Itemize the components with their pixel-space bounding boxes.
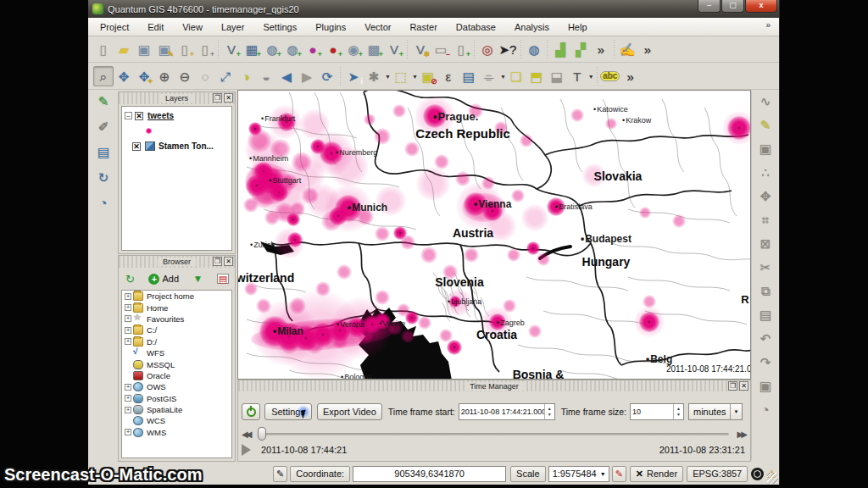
add-wms-layer-icon[interactable]: ◉+ [343, 39, 364, 59]
properties-icon[interactable]: ▤ [217, 274, 229, 284]
measure-icon[interactable]: ⌯ [479, 66, 499, 86]
tm-close-button[interactable]: ✕ [739, 381, 748, 391]
undo-icon[interactable]: ↶ [755, 328, 776, 348]
expand-icon[interactable]: + [125, 429, 131, 435]
raster-calc-icon[interactable]: ▞ [570, 39, 591, 59]
add-postgis-layer-icon[interactable]: ◍+ [262, 39, 282, 59]
globe-settings-icon[interactable]: ◔ [93, 192, 114, 213]
actions-icon[interactable]: ✱ [364, 66, 384, 86]
map-canvas[interactable]: Czech RepublicSlovakiaAustriaHungarySlov… [237, 90, 751, 380]
time-manager-title[interactable]: Time Manager ❐ ✕ [238, 380, 750, 391]
expand-icon[interactable]: + [125, 384, 131, 391]
layer-row-tweets[interactable]: – ✕ tweets [122, 109, 231, 122]
browser-item-ows[interactable]: +OWS [122, 381, 231, 392]
expand-icon[interactable]: + [125, 327, 131, 334]
extent-toggle-icon[interactable]: ✎ [273, 466, 287, 482]
toolbar2-overflow-icon[interactable]: » [637, 39, 658, 59]
zoom-layer-icon[interactable]: ◒ [256, 66, 276, 86]
browser-close-button[interactable]: ✕ [224, 257, 233, 266]
expand-icon[interactable]: + [125, 315, 131, 322]
add-vector-layer-icon[interactable]: V+ [221, 39, 242, 59]
render-checkbox[interactable]: ✕ Render [630, 466, 683, 482]
layer-checkbox[interactable]: ✕ [135, 112, 143, 120]
expand-icon[interactable]: + [125, 407, 131, 413]
add-wfs-layer-icon[interactable]: V+ [384, 39, 404, 59]
filter-icon[interactable]: ▼ [193, 273, 203, 285]
add-button[interactable]: + Add [148, 274, 179, 285]
tm-float-button[interactable]: ❐ [728, 381, 737, 391]
add-oracle-layer-icon[interactable]: ●+ [323, 39, 343, 59]
pan-selection-icon[interactable]: ✥✦ [134, 66, 154, 86]
zoom-out-icon[interactable]: ⊖ [175, 66, 195, 86]
dropdown-arrow-icon[interactable]: ▼ [412, 74, 418, 80]
expand-icon[interactable]: + [125, 338, 131, 345]
dropdown-arrow-icon[interactable]: ▼ [500, 74, 506, 80]
minimize-button[interactable]: – [698, 0, 721, 13]
tm-forward-icon[interactable]: ▶▶ [737, 430, 745, 439]
browser-item-spatialite[interactable]: +SpatiaLite [122, 404, 231, 415]
toolbar2-overflow-icon[interactable]: » [620, 66, 641, 86]
menu-overflow-icon[interactable]: » [765, 20, 771, 30]
layer-name[interactable]: tweets [147, 111, 174, 120]
menu-raster[interactable]: Raster [409, 22, 437, 32]
help-icon[interactable]: ◎ [477, 39, 498, 59]
touch-zoom-icon[interactable]: ⌕ [93, 66, 114, 86]
select-features-icon[interactable]: ⬚ [391, 66, 411, 86]
title-bar[interactable]: Quantum GIS 4b76600 - timemanager_qgis20… [88, 0, 779, 18]
save-as-icon[interactable]: ▣✎ [154, 39, 175, 59]
zoom-native-icon[interactable]: ◌ [195, 66, 215, 86]
save-project-icon[interactable]: ▣ [134, 39, 154, 59]
expand-icon[interactable]: + [125, 304, 131, 311]
delete-selected-icon[interactable]: ⊠ [755, 233, 776, 253]
layer-row-stamen[interactable]: ✕ Stamen Ton... [122, 140, 231, 152]
open-project-icon[interactable]: ▰ [114, 39, 134, 59]
node-tool-icon[interactable]: ⌗ [755, 209, 776, 230]
tm-power-button[interactable] [242, 403, 260, 420]
crs-status-icon[interactable] [750, 466, 765, 482]
move-feature-icon[interactable]: ✥ [755, 186, 776, 206]
browser-float-button[interactable]: ❐ [213, 257, 222, 266]
add-mssql-layer-icon[interactable]: ●+ [303, 39, 323, 59]
refresh-plugin-icon[interactable]: ↻ [93, 167, 114, 187]
menu-help[interactable]: Help [568, 22, 587, 32]
histogram-icon[interactable]: ▟ [550, 39, 570, 59]
zoom-selection-icon[interactable]: ◑ [236, 66, 256, 86]
copy-features-icon[interactable]: ⧉ [755, 280, 776, 301]
dropdown-arrow-icon[interactable]: ▼ [588, 74, 594, 80]
close-button[interactable]: x [745, 0, 777, 13]
spin-arrows-icon[interactable]: ▲▼ [544, 404, 554, 419]
browser-item-mssql[interactable]: MSSQL [122, 358, 231, 369]
spin-arrows-icon[interactable]: ▲▼ [673, 404, 683, 419]
tm-slider-handle[interactable] [258, 427, 266, 441]
tm-frame-start-spinbox[interactable]: 2011-10-08 17:44:21.000 ▲▼ [459, 403, 555, 420]
layers-close-button[interactable]: ✕ [224, 93, 233, 103]
scale-combo[interactable]: 1:9575484 ▼ [548, 466, 609, 482]
current-edits-icon[interactable]: ∿ [755, 91, 776, 111]
save-layer-icon[interactable]: ▣ [755, 375, 776, 396]
layer-name[interactable]: Stamen Ton... [159, 141, 214, 151]
collapse-icon[interactable]: – [125, 112, 132, 119]
menu-plugins[interactable]: Plugins [315, 22, 346, 32]
magnifier-lock-icon[interactable]: ✎ [612, 466, 626, 482]
browser-panel-title[interactable]: Browser ❐ ✕ [119, 256, 235, 268]
new-project-icon[interactable]: ▯ [93, 39, 114, 59]
menu-settings[interactable]: Settings [263, 22, 297, 32]
attribute-table-icon[interactable]: ▤ [459, 66, 479, 86]
menu-layer[interactable]: Layer [221, 22, 245, 32]
browser-item-oracle[interactable]: Oracle [122, 370, 231, 381]
coordinate-input[interactable]: 905349,6341870 [353, 466, 506, 482]
whats-this-icon[interactable]: ➤? [498, 39, 518, 59]
new-bookmark-icon[interactable]: ⬒ [526, 66, 547, 86]
layers-float-button[interactable]: ❐ [213, 93, 222, 103]
toggle-editing-icon[interactable]: ✎ [755, 114, 776, 135]
add-spatialite-layer-icon[interactable]: ◍+ [282, 39, 303, 59]
menu-view[interactable]: View [182, 22, 203, 32]
pan-map-icon[interactable]: ✥ [114, 66, 134, 86]
select-expression-icon[interactable]: ε [438, 66, 459, 86]
zoom-full-icon[interactable]: ⤢ [215, 66, 236, 86]
tm-play-icon[interactable] [242, 444, 251, 456]
zoom-next-icon[interactable]: ▶ [297, 66, 317, 86]
layer-checkbox[interactable]: ✕ [132, 142, 141, 151]
metasearch-icon[interactable]: ◍ [524, 39, 544, 59]
add-raster-layer-icon[interactable]: ▦+ [242, 39, 262, 59]
